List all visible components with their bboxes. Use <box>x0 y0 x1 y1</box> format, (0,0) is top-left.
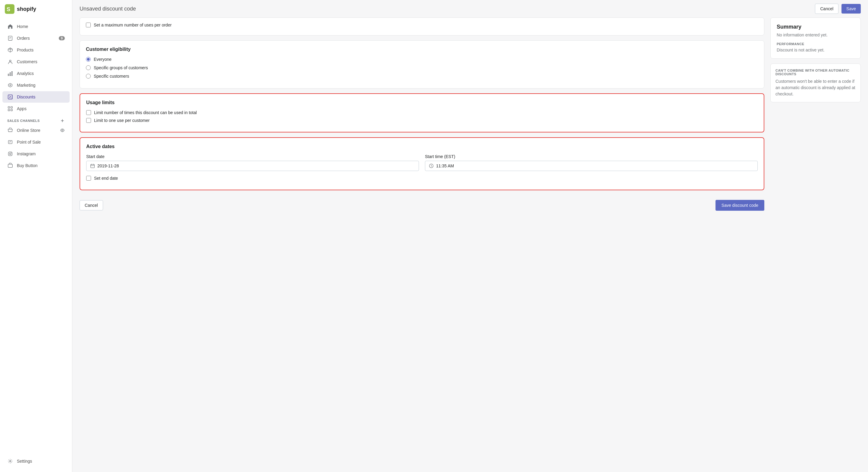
analytics-icon <box>7 70 13 76</box>
performance-text: Discount is not active yet. <box>777 47 855 53</box>
svg-point-27 <box>10 461 11 462</box>
page-title: Unsaved discount code <box>80 6 136 12</box>
start-time-input[interactable]: 11:35 AM <box>425 161 758 171</box>
summary-title: Summary <box>777 24 855 30</box>
sidebar-item-customers[interactable]: Customers <box>2 56 70 67</box>
point-of-sale-icon <box>7 139 13 145</box>
sidebar-item-products[interactable]: Products <box>2 44 70 56</box>
sidebar-item-discounts[interactable]: Discounts <box>2 91 70 103</box>
home-icon <box>7 24 13 30</box>
orders-icon <box>7 35 13 41</box>
svg-point-6 <box>9 60 11 62</box>
sidebar-item-instagram-label: Instagram <box>17 151 36 156</box>
bottom-cancel-button[interactable]: Cancel <box>80 200 103 210</box>
limit-per-customer-row: Limit to one use per customer <box>86 118 758 123</box>
cant-combine-card: CAN'T COMBINE WITH OTHER AUTOMATIC DISCO… <box>770 64 861 102</box>
start-date-label: Start date <box>86 154 419 159</box>
apps-icon <box>7 106 13 112</box>
svg-rect-16 <box>11 107 12 108</box>
sidebar-bottom: Settings <box>0 453 72 472</box>
sidebar: S shopify Home Orders 9 Products <box>0 0 72 472</box>
limit-per-customer-label[interactable]: Limit to one use per customer <box>94 118 150 123</box>
sidebar-logo[interactable]: S shopify <box>0 0 72 18</box>
sidebar-item-apps-label: Apps <box>17 106 27 111</box>
orders-badge: 9 <box>59 36 65 40</box>
header-save-button[interactable]: Save <box>841 4 861 13</box>
discounts-icon <box>7 94 13 100</box>
radio-everyone[interactable]: Everyone <box>86 57 758 62</box>
svg-rect-15 <box>8 107 10 108</box>
set-end-date-label[interactable]: Set end date <box>94 176 118 180</box>
clock-icon <box>429 164 434 168</box>
svg-point-13 <box>9 96 10 96</box>
sidebar-item-buy-button[interactable]: Buy Button <box>2 160 70 171</box>
date-time-row: Start date 2019-11-28 Start time (EST) <box>86 154 758 171</box>
limit-total-checkbox[interactable] <box>86 110 91 115</box>
sidebar-logo-text: shopify <box>17 6 36 12</box>
start-date-value: 2019-11-28 <box>97 164 119 168</box>
header-cancel-button[interactable]: Cancel <box>815 4 838 14</box>
save-discount-button[interactable]: Save discount code <box>715 200 764 211</box>
add-sales-channel-icon[interactable] <box>60 118 65 123</box>
svg-rect-18 <box>11 109 12 111</box>
header-actions: Cancel Save <box>815 4 861 14</box>
max-uses-checkbox-row: Set a maximum number of uses per order <box>86 23 758 27</box>
max-uses-label[interactable]: Set a maximum number of uses per order <box>94 23 172 27</box>
svg-point-24 <box>9 153 11 155</box>
radio-specific-groups-input[interactable] <box>86 65 91 70</box>
sidebar-item-marketing-label: Marketing <box>17 83 35 88</box>
sidebar-item-settings-label: Settings <box>17 459 32 464</box>
sidebar-item-apps[interactable]: Apps <box>2 103 70 114</box>
svg-point-10 <box>10 85 11 86</box>
sidebar-item-settings[interactable]: Settings <box>2 456 70 467</box>
sidebar-item-customers-label: Customers <box>17 59 37 64</box>
sidebar-item-online-store-label: Online Store <box>17 128 40 133</box>
set-end-date-row: Set end date <box>86 176 758 180</box>
start-time-field: Start time (EST) 11:35 AM <box>425 154 758 171</box>
sidebar-item-discounts-label: Discounts <box>17 95 35 99</box>
svg-rect-26 <box>8 164 12 168</box>
cant-combine-title: CAN'T COMBINE WITH OTHER AUTOMATIC DISCO… <box>775 69 856 76</box>
customer-eligibility-title: Customer eligibility <box>86 47 758 52</box>
sidebar-item-point-of-sale-label: Point of Sale <box>17 140 41 144</box>
sidebar-item-analytics[interactable]: Analytics <box>2 68 70 79</box>
sidebar-item-analytics-label: Analytics <box>17 71 34 76</box>
radio-specific-customers-input[interactable] <box>86 74 91 78</box>
radio-specific-groups-label[interactable]: Specific groups of customers <box>94 65 148 70</box>
sidebar-item-online-store[interactable]: Online Store <box>2 125 70 136</box>
sidebar-item-marketing[interactable]: Marketing <box>2 79 70 91</box>
performance-label: PERFORMANCE <box>777 42 855 46</box>
start-date-input[interactable]: 2019-11-28 <box>86 161 419 171</box>
cant-combine-text: Customers won't be able to enter a code … <box>775 78 856 97</box>
bottom-actions: Cancel Save discount code <box>80 195 764 211</box>
sidebar-item-instagram[interactable]: Instagram <box>2 148 70 160</box>
side-column: Summary No information entered yet. PERF… <box>770 18 861 465</box>
sidebar-item-home[interactable]: Home <box>2 21 70 32</box>
svg-rect-20 <box>8 141 12 144</box>
sidebar-item-home-label: Home <box>17 24 28 29</box>
sidebar-item-products-label: Products <box>17 47 33 53</box>
svg-rect-17 <box>8 109 10 111</box>
radio-specific-groups[interactable]: Specific groups of customers <box>86 65 758 70</box>
sidebar-item-point-of-sale[interactable]: Point of Sale <box>2 136 70 148</box>
radio-specific-customers[interactable]: Specific customers <box>86 74 758 78</box>
sidebar-item-orders[interactable]: Orders 9 <box>2 33 70 44</box>
buy-button-icon <box>7 163 13 169</box>
main-content: Unsaved discount code Cancel Save Set a … <box>72 0 868 472</box>
radio-everyone-label[interactable]: Everyone <box>94 57 112 62</box>
max-uses-checkbox[interactable] <box>86 23 91 27</box>
shopify-logo-icon: S <box>5 4 14 14</box>
sales-channels-section: SALES CHANNELS <box>0 115 72 124</box>
radio-everyone-input[interactable] <box>86 57 91 62</box>
svg-text:S: S <box>7 6 10 12</box>
limit-total-label[interactable]: Limit number of times this discount can … <box>94 110 197 115</box>
limit-total-row: Limit number of times this discount can … <box>86 110 758 115</box>
radio-specific-customers-label[interactable]: Specific customers <box>94 74 129 78</box>
limit-per-customer-checkbox[interactable] <box>86 118 91 123</box>
customer-eligibility-card: Customer eligibility Everyone Specific g… <box>80 40 764 89</box>
set-end-date-checkbox[interactable] <box>86 176 91 180</box>
svg-rect-28 <box>91 164 95 168</box>
online-store-visibility-icon <box>60 128 65 133</box>
products-icon <box>7 47 13 53</box>
svg-point-14 <box>11 98 11 98</box>
